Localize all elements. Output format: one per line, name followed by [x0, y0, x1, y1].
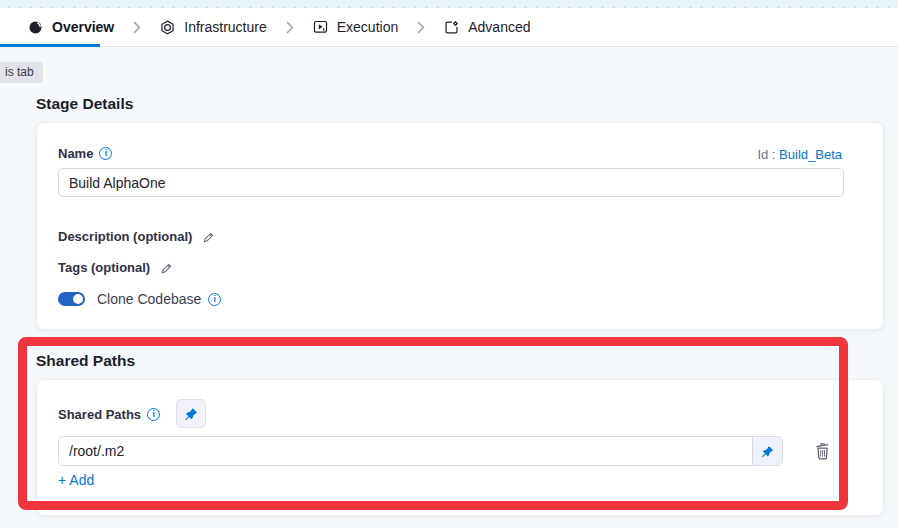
tab-label: Overview	[52, 19, 114, 35]
tooltip-fragment: is tab	[0, 62, 43, 83]
description-label: Description (optional)	[58, 229, 192, 244]
tab-infrastructure[interactable]: Infrastructure	[160, 19, 266, 35]
tags-label: Tags (optional)	[58, 260, 150, 275]
infrastructure-icon	[160, 20, 175, 35]
id-label: Id :	[757, 147, 775, 162]
chevron-right-icon	[417, 21, 425, 34]
name-label: Name	[58, 146, 93, 161]
info-icon[interactable]: i	[208, 293, 221, 306]
tab-execution[interactable]: Execution	[313, 19, 398, 35]
stage-details-heading: Stage Details	[36, 95, 133, 113]
shared-path-input[interactable]	[59, 437, 752, 465]
edit-tags-pencil-icon[interactable]	[159, 261, 173, 275]
shared-paths-card: Shared Paths i + Add	[36, 379, 884, 516]
overview-icon	[28, 20, 43, 35]
info-icon[interactable]: i	[99, 147, 112, 160]
chevron-right-icon	[286, 21, 294, 34]
shared-path-input-row	[58, 436, 783, 466]
clone-codebase-toggle[interactable]	[58, 292, 85, 306]
stage-id-link[interactable]: Build_Beta	[779, 147, 842, 162]
edit-description-pencil-icon[interactable]	[201, 230, 215, 244]
toggle-knob	[73, 294, 83, 304]
tab-label: Infrastructure	[184, 19, 266, 35]
tab-advanced[interactable]: Advanced	[444, 19, 530, 35]
runtime-input-pin-button[interactable]	[176, 399, 206, 428]
execution-icon	[313, 20, 328, 35]
clone-codebase-label: Clone Codebase	[97, 291, 201, 307]
stage-name-input[interactable]	[58, 168, 844, 197]
shared-paths-field-label: Shared Paths	[58, 407, 141, 422]
chevron-right-icon	[133, 21, 141, 34]
stage-config-tabbar: Overview Infrastructure	[0, 8, 898, 47]
stage-details-card: Name i Id : Build_Beta Description (opti…	[36, 122, 884, 330]
pipeline-canvas-strip	[0, 0, 898, 8]
add-shared-path-button[interactable]: + Add	[58, 472, 94, 488]
info-icon[interactable]: i	[147, 408, 160, 421]
input-pin-affix-button[interactable]	[752, 437, 782, 465]
advanced-icon	[444, 20, 459, 35]
tab-overview[interactable]: Overview	[28, 19, 114, 35]
tab-label: Advanced	[468, 19, 530, 35]
tab-label: Execution	[337, 19, 398, 35]
delete-path-trash-icon[interactable]	[809, 438, 835, 464]
active-tab-underline	[0, 44, 100, 47]
shared-paths-heading: Shared Paths	[36, 352, 135, 370]
